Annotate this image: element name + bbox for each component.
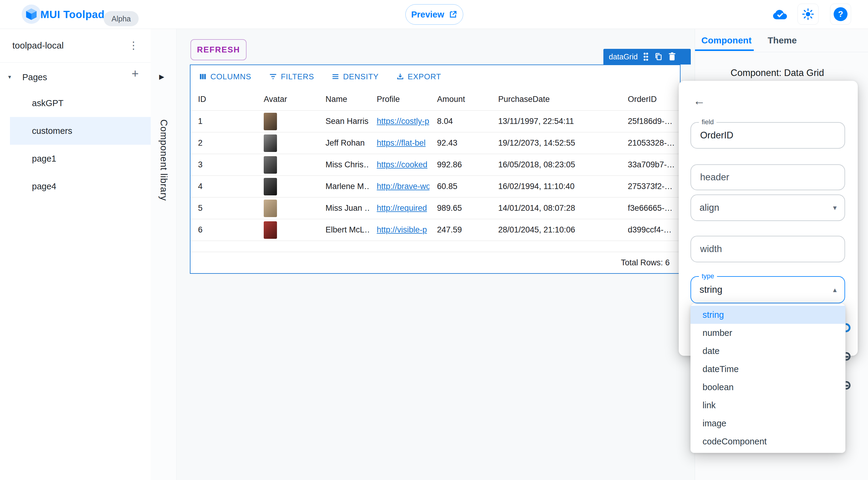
pages-section-label: Pages bbox=[22, 72, 47, 82]
refresh-button[interactable]: REFRESH bbox=[190, 39, 247, 60]
field-input-label: field bbox=[699, 118, 716, 126]
expand-library-chevron-icon[interactable]: ▶ bbox=[159, 73, 164, 81]
sidebar-page-item[interactable]: page1 bbox=[0, 145, 151, 173]
table-row[interactable]: 3 Miss Chris… https://cooked 992.86 16/0… bbox=[190, 154, 680, 176]
columns-button[interactable]: COLUMNS bbox=[197, 72, 253, 82]
cell-purchase-date: 19/12/2073, 14:52:55 bbox=[491, 139, 625, 148]
avatar bbox=[264, 221, 277, 239]
density-button[interactable]: DENSITY bbox=[330, 72, 380, 82]
tab-theme[interactable]: Theme bbox=[768, 29, 797, 52]
table-row[interactable]: 5 Miss Juan … http://required 989.65 14/… bbox=[190, 198, 680, 219]
avatar bbox=[264, 178, 277, 196]
cell-order-id: 33a709b7-… bbox=[625, 160, 680, 170]
type-menu-item[interactable]: dateTime bbox=[690, 360, 845, 378]
sidebar-page-item[interactable]: customers bbox=[10, 117, 151, 145]
theme-brightness-button[interactable] bbox=[798, 4, 818, 25]
export-icon bbox=[396, 73, 404, 81]
density-button-label: DENSITY bbox=[343, 72, 378, 82]
table-row[interactable]: 1 Sean Harris https://costly-p 8.04 13/1… bbox=[190, 111, 680, 132]
preview-button[interactable]: Preview bbox=[405, 4, 463, 25]
bind-property-icon[interactable] bbox=[846, 323, 851, 332]
bind-link-icon[interactable] bbox=[846, 381, 851, 390]
cell-name: Sean Harris bbox=[318, 117, 369, 126]
filters-button[interactable]: FILTERS bbox=[267, 72, 316, 82]
sidebar-page-item[interactable]: askGPT bbox=[0, 89, 151, 117]
field-input[interactable] bbox=[700, 130, 836, 141]
datagrid-selection-chip[interactable]: dataGrid bbox=[603, 49, 691, 64]
type-menu-item[interactable]: link bbox=[690, 396, 845, 414]
align-select[interactable]: align ▾ bbox=[690, 194, 845, 221]
inspector-title: Component: Data Grid bbox=[731, 67, 824, 79]
cell-profile: https://costly-p bbox=[369, 117, 430, 126]
column-header[interactable]: Amount bbox=[430, 95, 491, 104]
avatar bbox=[264, 156, 277, 174]
cell-avatar bbox=[256, 156, 318, 174]
cell-name: Miss Chris… bbox=[318, 160, 369, 170]
delete-component-icon[interactable] bbox=[668, 52, 676, 61]
top-app-bar: MUI Toolpad Alpha Preview bbox=[0, 0, 868, 29]
datagrid-body: 1 Sean Harris https://costly-p 8.04 13/1… bbox=[190, 111, 680, 252]
column-header[interactable]: ID bbox=[190, 95, 256, 104]
type-select-value: string bbox=[700, 284, 722, 295]
project-name: toolpad-local bbox=[12, 40, 64, 51]
align-select-value: align bbox=[700, 202, 719, 213]
cell-id: 6 bbox=[190, 225, 256, 235]
bind-link-icon[interactable] bbox=[846, 352, 851, 361]
project-header: toolpad-local ⋮ bbox=[0, 29, 151, 63]
cell-id: 3 bbox=[190, 160, 256, 170]
help-button[interactable]: ? bbox=[830, 4, 851, 25]
cell-profile: http://required bbox=[369, 204, 430, 213]
cloud-sync-icon[interactable] bbox=[772, 7, 788, 22]
drag-handle-icon[interactable] bbox=[643, 52, 649, 61]
columns-button-label: COLUMNS bbox=[210, 72, 251, 82]
header-input[interactable] bbox=[700, 172, 836, 183]
add-page-button[interactable]: + bbox=[132, 67, 138, 81]
cell-profile: http://brave-wo bbox=[369, 182, 430, 191]
avatar bbox=[264, 200, 277, 217]
question-mark-icon: ? bbox=[834, 7, 847, 21]
profile-link[interactable]: http://brave-wo bbox=[377, 182, 430, 191]
profile-link[interactable]: http://required bbox=[377, 204, 427, 213]
cell-order-id: 275373f2-… bbox=[625, 182, 680, 191]
profile-link[interactable]: http://visible-p bbox=[377, 225, 427, 234]
type-menu-item[interactable]: codeComponent bbox=[690, 432, 845, 450]
type-menu-item[interactable]: number bbox=[690, 324, 845, 342]
sidebar-page-item[interactable]: page4 bbox=[0, 173, 151, 200]
chevron-up-icon: ▴ bbox=[833, 286, 837, 294]
chevron-down-icon: ▾ bbox=[833, 204, 837, 212]
column-header[interactable]: Name bbox=[318, 95, 369, 104]
profile-link[interactable]: https://flat-bel bbox=[377, 139, 426, 147]
datagrid-component[interactable]: COLUMNS FILTERS DENSITY bbox=[190, 64, 681, 274]
preview-button-label: Preview bbox=[411, 10, 444, 20]
back-arrow-icon[interactable]: ← bbox=[693, 95, 705, 107]
tree-expand-icon[interactable]: ▼ bbox=[7, 74, 12, 80]
table-row[interactable]: 4 Marlene M… http://brave-wo 60.85 16/02… bbox=[190, 176, 680, 198]
type-menu-item[interactable]: image bbox=[690, 414, 845, 432]
mui-toolpad-app: MUI Toolpad Alpha Preview bbox=[0, 0, 868, 480]
export-button[interactable]: EXPORT bbox=[395, 72, 443, 82]
cell-order-id: 25f186d9-… bbox=[625, 117, 680, 126]
profile-link[interactable]: https://cooked bbox=[377, 160, 427, 169]
cell-id: 2 bbox=[190, 139, 256, 148]
width-input[interactable] bbox=[700, 243, 836, 255]
pages-section-header[interactable]: ▼ Pages + bbox=[0, 68, 151, 86]
column-header[interactable]: PurchaseDate bbox=[491, 95, 625, 104]
column-header[interactable]: OrderID bbox=[625, 95, 680, 104]
table-row[interactable]: 6 Elbert McL… http://visible-p 247.59 28… bbox=[190, 219, 680, 241]
type-select-label: type bbox=[699, 272, 717, 280]
column-header[interactable]: Profile bbox=[369, 95, 430, 104]
cell-order-id: 21053328-… bbox=[625, 139, 680, 148]
project-menu-kebab-icon[interactable]: ⋮ bbox=[128, 39, 138, 51]
duplicate-component-icon[interactable] bbox=[654, 52, 663, 61]
field-input-wrapper: field bbox=[690, 122, 845, 149]
table-row[interactable]: 2 Jeff Rohan https://flat-bel 92.43 19/1… bbox=[190, 132, 680, 154]
tab-component[interactable]: Component bbox=[701, 29, 752, 52]
type-menu-item[interactable]: string bbox=[690, 306, 845, 324]
type-menu-item[interactable]: date bbox=[690, 342, 845, 360]
column-header[interactable]: Avatar bbox=[256, 95, 318, 104]
component-library-panel: ▶ Component library bbox=[151, 29, 177, 480]
type-menu-item[interactable]: boolean bbox=[690, 378, 845, 396]
type-select[interactable]: type string ▴ bbox=[690, 276, 845, 303]
cell-avatar bbox=[256, 221, 318, 239]
profile-link[interactable]: https://costly-p bbox=[377, 117, 429, 126]
